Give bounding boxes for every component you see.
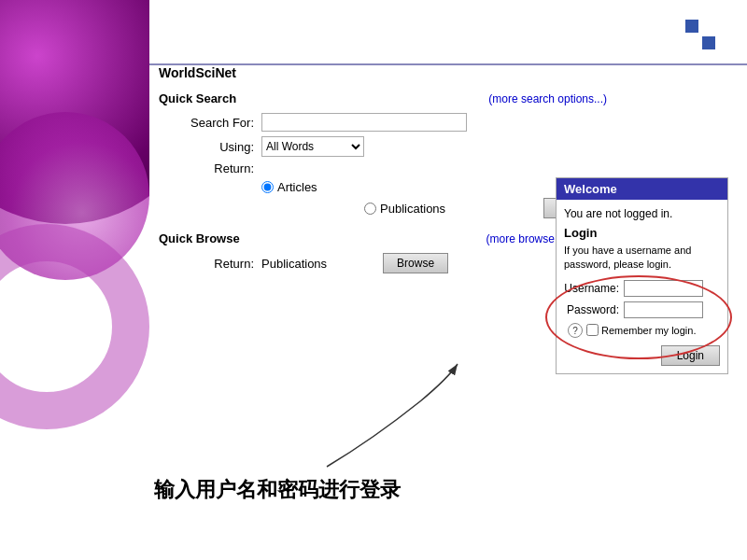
login-title: Login: [564, 226, 720, 240]
using-select[interactable]: All Words Any Words Exact Phrase: [261, 136, 364, 157]
help-icon[interactable]: ?: [568, 323, 583, 338]
quick-search-header: Quick Search (more search options...): [159, 91, 607, 105]
browse-button[interactable]: Browse: [383, 253, 448, 273]
quick-search-section: Quick Search (more search options...) Se…: [159, 91, 607, 218]
publications-radio[interactable]: [364, 203, 376, 215]
login-panel-header: Welcome: [557, 178, 727, 200]
site-title: WorldSciNet: [159, 65, 607, 80]
browse-row: Return: Publications Browse: [159, 253, 607, 273]
password-label: Password:: [564, 303, 624, 316]
articles-label: Articles: [277, 180, 317, 194]
search-for-input[interactable]: [261, 113, 467, 132]
remember-label: Remember my login.: [601, 325, 696, 336]
quick-browse-header: Quick Browse (more browse options...): [159, 231, 607, 245]
login-panel-body: You are not logged in. Login If you have…: [557, 200, 727, 373]
using-row: Using: All Words Any Words Exact Phrase: [159, 136, 607, 157]
search-for-row: Search For:: [159, 113, 607, 132]
password-input[interactable]: [624, 301, 703, 318]
search-for-label: Search For:: [177, 116, 261, 130]
username-input[interactable]: [624, 280, 703, 297]
quick-search-label: Quick Search: [159, 91, 236, 105]
radio-group: Articles Publications Search: [159, 180, 607, 218]
login-description: If you have a username and password, ple…: [564, 244, 720, 273]
more-search-options-link[interactable]: (more search options...): [488, 92, 607, 105]
login-button[interactable]: Login: [661, 345, 720, 366]
articles-radio[interactable]: [261, 181, 274, 193]
logo-sq-1: [685, 20, 698, 33]
main-content: WorldSciNet Quick Search (more search op…: [159, 65, 607, 273]
return-label: Return:: [177, 161, 261, 175]
publications-label: Publications: [380, 202, 445, 216]
login-panel: Welcome You are not logged in. Login If …: [556, 177, 728, 374]
logo-sq-3: [685, 36, 698, 49]
browse-return-label: Return:: [177, 257, 261, 271]
username-row: Username:: [564, 280, 720, 297]
logo-sq-4: [702, 36, 715, 49]
using-label: Using:: [177, 140, 261, 154]
logo-icon: [685, 20, 719, 53]
login-status: You are not logged in.: [564, 207, 720, 220]
logo-sq-2: [702, 20, 715, 33]
quick-browse-label: Quick Browse: [159, 231, 240, 245]
remember-row: ? Remember my login.: [568, 323, 720, 338]
bg-arc: [0, 224, 149, 429]
browse-publications-label: Publications: [261, 257, 327, 271]
annotation-caption: 输入用户名和密码进行登录: [154, 476, 401, 504]
quick-browse-section: Quick Browse (more browse options...) Re…: [159, 231, 607, 273]
username-label: Username:: [564, 282, 624, 295]
header: [149, 9, 747, 65]
return-label-row: Return:: [159, 161, 607, 175]
remember-checkbox[interactable]: [586, 324, 599, 336]
publications-radio-container: Publications: [364, 202, 506, 216]
password-row: Password:: [564, 301, 720, 318]
login-btn-row: Login: [564, 345, 720, 366]
background-decoration: [0, 0, 149, 560]
arrow-annotation: [299, 327, 514, 476]
